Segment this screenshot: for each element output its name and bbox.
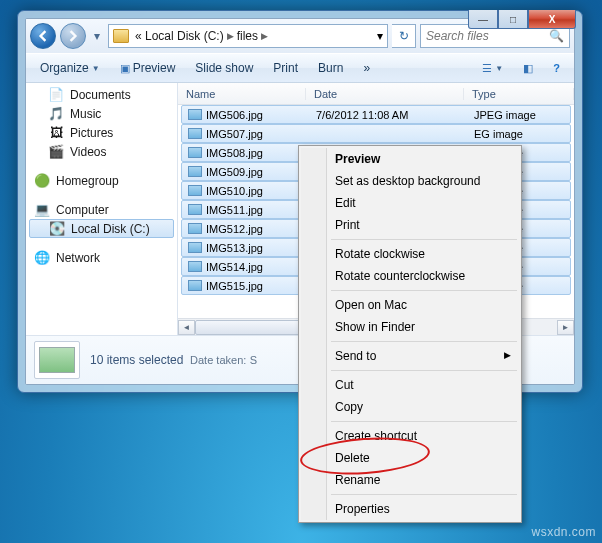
menu-item-rotate-clockwise[interactable]: Rotate clockwise <box>301 243 519 265</box>
menu-item-print[interactable]: Print <box>301 214 519 236</box>
menu-item-copy[interactable]: Copy <box>301 396 519 418</box>
maximize-button[interactable]: □ <box>498 10 528 29</box>
table-row[interactable]: IMG506.jpg7/6/2012 11:08 AMJPEG image <box>181 105 571 124</box>
menu-item-open-on-mac[interactable]: Open on Mac <box>301 294 519 316</box>
address-bar[interactable]: « Local Disk (C:) ▶ files ▶ ▾ <box>108 24 388 48</box>
menu-item-cut[interactable]: Cut <box>301 374 519 396</box>
view-icon: ☰ <box>482 62 492 75</box>
sidebar-item-videos[interactable]: 🎬Videos <box>26 142 177 161</box>
image-file-icon <box>188 109 202 120</box>
menu-item-edit[interactable]: Edit <box>301 192 519 214</box>
details-thumbnail <box>34 341 80 379</box>
sidebar-item-computer[interactable]: 💻Computer <box>26 200 177 219</box>
selection-count: 10 items selected Date taken: S <box>90 353 257 367</box>
forward-button[interactable] <box>60 23 86 49</box>
help-button[interactable]: ? <box>545 59 568 77</box>
col-name[interactable]: Name <box>178 88 306 100</box>
sidebar-item-music[interactable]: 🎵Music <box>26 104 177 123</box>
nav-history-dropdown[interactable]: ▾ <box>90 29 104 43</box>
image-file-icon <box>188 128 202 139</box>
file-name: IMG512.jpg <box>206 223 263 235</box>
details-text: 10 items selected Date taken: S <box>90 353 257 367</box>
image-file-icon <box>188 185 202 196</box>
menu-separator <box>331 494 517 495</box>
view-options[interactable]: ☰▼ <box>474 59 511 78</box>
print-button[interactable]: Print <box>265 58 306 78</box>
table-row[interactable]: IMG507.jpgEG image <box>181 124 571 143</box>
column-headers: Name Date Type <box>178 83 574 105</box>
sidebar-item-homegroup[interactable]: 🟢Homegroup <box>26 171 177 190</box>
menu-item-properties[interactable]: Properties <box>301 498 519 520</box>
drive-icon: 💽 <box>49 221 65 237</box>
slideshow-button[interactable]: Slide show <box>187 58 261 78</box>
videos-icon: 🎬 <box>48 144 64 160</box>
chevron-down-icon[interactable]: ▾ <box>377 29 383 43</box>
help-icon: ? <box>553 62 560 74</box>
computer-icon: 💻 <box>34 202 50 218</box>
menu-item-preview[interactable]: Preview <box>301 148 519 170</box>
file-name: IMG513.jpg <box>206 242 263 254</box>
preview-button[interactable]: ▣Preview <box>112 58 184 78</box>
menu-item-rotate-counterclockwise[interactable]: Rotate counterclockwise <box>301 265 519 287</box>
pictures-icon: 🖼 <box>48 125 64 141</box>
organize-menu[interactable]: Organize ▼ <box>32 58 108 78</box>
col-type[interactable]: Type <box>464 88 574 100</box>
watermark: wsxdn.com <box>531 525 596 539</box>
more-commands[interactable]: » <box>355 58 378 78</box>
sidebar-item-local-disk[interactable]: 💽Local Disk (C:) <box>29 219 174 238</box>
menu-separator <box>331 239 517 240</box>
file-name: IMG507.jpg <box>206 128 263 140</box>
burn-button[interactable]: Burn <box>310 58 351 78</box>
homegroup-icon: 🟢 <box>34 173 50 189</box>
menu-item-rename[interactable]: Rename <box>301 469 519 491</box>
menu-item-send-to[interactable]: Send to▶ <box>301 345 519 367</box>
scroll-right-button[interactable]: ► <box>557 320 574 335</box>
pane-icon: ◧ <box>523 62 533 75</box>
libraries-group: 📄Documents 🎵Music 🖼Pictures 🎬Videos <box>26 85 177 161</box>
sidebar-item-network[interactable]: 🌐Network <box>26 248 177 267</box>
refresh-button[interactable]: ↻ <box>392 24 416 48</box>
refresh-icon: ↻ <box>399 29 409 43</box>
image-file-icon <box>188 261 202 272</box>
menu-separator <box>331 290 517 291</box>
menu-separator <box>331 370 517 371</box>
file-name: IMG510.jpg <box>206 185 263 197</box>
minimize-button[interactable]: — <box>468 10 498 29</box>
breadcrumb[interactable]: « Local Disk (C:) ▶ files ▶ <box>135 29 268 43</box>
homegroup-group: 🟢Homegroup <box>26 171 177 190</box>
col-date[interactable]: Date <box>306 88 464 100</box>
context-menu: PreviewSet as desktop backgroundEditPrin… <box>298 145 522 523</box>
file-name: IMG508.jpg <box>206 147 263 159</box>
sidebar-item-documents[interactable]: 📄Documents <box>26 85 177 104</box>
titlebar-controls: — □ X <box>468 10 576 29</box>
folder-icon <box>113 29 129 43</box>
scroll-left-button[interactable]: ◄ <box>178 320 195 335</box>
file-name: IMG515.jpg <box>206 280 263 292</box>
navigation-pane: 📄Documents 🎵Music 🖼Pictures 🎬Videos 🟢Hom… <box>26 83 178 335</box>
menu-separator <box>331 421 517 422</box>
close-button[interactable]: X <box>528 10 576 29</box>
breadcrumb-part[interactable]: files <box>237 29 258 43</box>
search-placeholder: Search files <box>426 29 489 43</box>
menu-separator <box>331 341 517 342</box>
file-date: 7/6/2012 11:08 AM <box>310 109 468 121</box>
back-button[interactable] <box>30 23 56 49</box>
image-file-icon <box>188 242 202 253</box>
preview-pane-toggle[interactable]: ◧ <box>515 59 541 78</box>
image-file-icon <box>188 280 202 291</box>
submenu-arrow-icon: ▶ <box>504 350 511 360</box>
menu-item-set-as-desktop-background[interactable]: Set as desktop background <box>301 170 519 192</box>
file-name: IMG511.jpg <box>206 204 263 216</box>
image-file-icon <box>188 223 202 234</box>
menu-item-show-in-finder[interactable]: Show in Finder <box>301 316 519 338</box>
file-type: JPEG image <box>468 109 570 121</box>
menu-item-create-shortcut[interactable]: Create shortcut <box>301 425 519 447</box>
file-name: IMG506.jpg <box>206 109 263 121</box>
chevron-right-icon: ▶ <box>227 31 234 41</box>
search-icon: 🔍 <box>549 29 564 43</box>
command-bar: Organize ▼ ▣Preview Slide show Print Bur… <box>26 53 574 83</box>
image-file-icon <box>188 204 202 215</box>
menu-item-delete[interactable]: Delete <box>301 447 519 469</box>
breadcrumb-part[interactable]: « Local Disk (C:) <box>135 29 224 43</box>
sidebar-item-pictures[interactable]: 🖼Pictures <box>26 123 177 142</box>
